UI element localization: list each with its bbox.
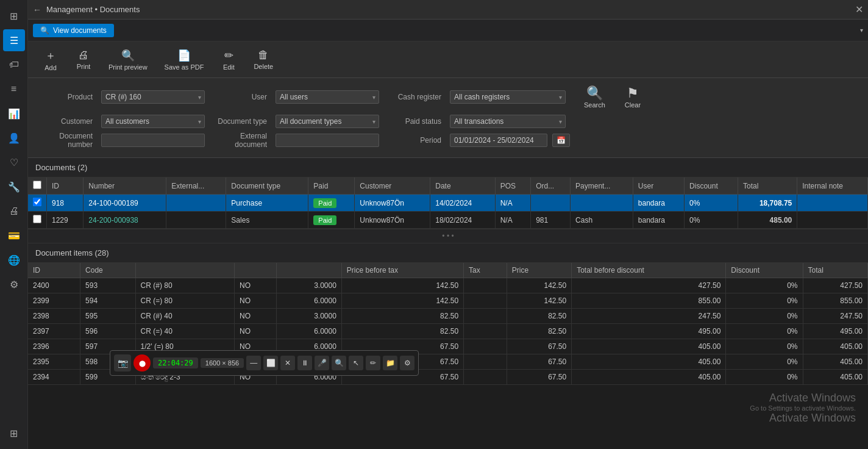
tab-dropdown-arrow[interactable]: ▾ bbox=[860, 27, 863, 34]
col-date: Date bbox=[430, 178, 495, 195]
card-icon: 💳 bbox=[8, 230, 20, 242]
external-doc-input[interactable] bbox=[276, 134, 379, 147]
di-cell-4: NO bbox=[235, 293, 277, 309]
doc-item-row[interactable]: 2398 595 CR (#) 40 NO 3.0000 82.50 82.50… bbox=[28, 309, 868, 324]
sidebar-item-globe[interactable]: 🌐 bbox=[3, 249, 25, 271]
di-cell-discount: 0% bbox=[726, 309, 803, 324]
period-calendar-button[interactable]: 📅 bbox=[552, 134, 570, 147]
back-button[interactable]: ← bbox=[33, 5, 41, 15]
sidebar-item-favorites[interactable]: ♡ bbox=[3, 151, 25, 173]
close-recording-button[interactable]: ✕ bbox=[280, 356, 295, 370]
zoom-button[interactable]: 🔍 bbox=[332, 356, 346, 370]
di-cell-total: 427.50 bbox=[803, 278, 868, 293]
minimize-button[interactable]: — bbox=[246, 356, 261, 370]
mic-button[interactable]: 🎤 bbox=[315, 356, 329, 370]
customer-filter-select[interactable]: All customers bbox=[101, 115, 205, 128]
col-discount: Discount bbox=[685, 178, 738, 195]
cell-external bbox=[166, 212, 226, 229]
edit-button[interactable]: ✏ Edit bbox=[213, 46, 244, 73]
doc-items-title: Document items (28) bbox=[28, 243, 868, 263]
doc-item-row[interactable]: 2397 596 CR (=) 40 NO 6.0000 82.50 82.50… bbox=[28, 324, 868, 339]
sidebar-item-tools[interactable]: 🔧 bbox=[3, 176, 25, 198]
add-button[interactable]: ＋ Add bbox=[35, 46, 66, 74]
menu-icon: ☰ bbox=[10, 35, 18, 46]
cash-register-select[interactable]: All cash registers bbox=[450, 90, 566, 104]
camera-icon[interactable]: 📷 bbox=[114, 354, 131, 372]
di-cell-discount: 0% bbox=[726, 293, 803, 309]
pointer-button[interactable]: ↖ bbox=[349, 356, 363, 370]
col-order: Ord... bbox=[531, 178, 571, 195]
sidebar-item-payment[interactable]: 💳 bbox=[3, 224, 25, 246]
filter-area: Product CR (#) 160 ▾ User All users ▾ Ca… bbox=[28, 78, 868, 158]
di-cell-id: 2394 bbox=[28, 370, 80, 385]
cell-payment: Cash bbox=[571, 212, 633, 229]
di-cell-total-before-discount: 427.50 bbox=[572, 278, 726, 293]
folder-button[interactable]: 📁 bbox=[383, 356, 397, 370]
sidebar-item-user[interactable]: 👤 bbox=[3, 127, 25, 149]
table-row[interactable]: 1229 24-200-000938 Sales Paid Unknow87Ön… bbox=[28, 212, 868, 229]
pen-button[interactable]: ✏ bbox=[366, 356, 380, 370]
gear-rec-button[interactable]: ⚙ bbox=[400, 356, 414, 370]
col-payment: Payment... bbox=[571, 178, 633, 195]
pause-button[interactable]: ⏸ bbox=[297, 356, 312, 370]
di-cell-tax bbox=[464, 309, 507, 324]
documents-section: Documents (2) ID Number External... Docu… bbox=[28, 158, 868, 229]
doc-number-input[interactable] bbox=[101, 134, 205, 147]
col-paid: Paid bbox=[308, 178, 355, 195]
di-cell-4: NO bbox=[235, 309, 277, 324]
table-row[interactable]: 918 24-100-000189 Purchase Paid Unknow87… bbox=[28, 195, 868, 212]
period-input[interactable] bbox=[450, 134, 547, 147]
sidebar-item-print[interactable]: 🖨 bbox=[3, 200, 25, 222]
sidebar-item-settings[interactable]: ⚙ bbox=[3, 273, 25, 295]
print-button[interactable]: 🖨 Print bbox=[68, 46, 99, 73]
row-checkbox[interactable] bbox=[33, 215, 41, 223]
di-cell-price: 142.50 bbox=[507, 278, 571, 293]
doc-type-select[interactable]: All document types bbox=[276, 115, 379, 128]
doc-items-section: Document items (28) ID Code Price before… bbox=[28, 243, 868, 449]
sidebar-item-tags[interactable]: 🏷 bbox=[3, 54, 25, 76]
sidebar-item-menu[interactable]: ☰ bbox=[3, 29, 25, 51]
row-checkbox[interactable] bbox=[33, 198, 41, 206]
product-filter-select[interactable]: CR (#) 160 bbox=[101, 90, 205, 104]
save-as-pdf-button[interactable]: 📄 Save as PDF bbox=[157, 46, 212, 73]
di-cell-3: CR (#) 40 bbox=[135, 309, 235, 324]
edit-label: Edit bbox=[223, 63, 235, 71]
di-cell-5: 6.0000 bbox=[277, 324, 341, 339]
close-button[interactable]: ✕ bbox=[855, 4, 863, 15]
doc-type-label: Document type bbox=[210, 117, 271, 126]
sidebar-item-list[interactable]: ≡ bbox=[3, 78, 25, 100]
toolbar: ＋ Add 🖨 Print 🔍 Print preview 📄 Save as … bbox=[28, 41, 868, 78]
paid-status-select[interactable]: All transactions bbox=[450, 115, 566, 128]
print-preview-label: Print preview bbox=[108, 63, 148, 71]
heart-icon: ♡ bbox=[10, 157, 18, 168]
di-cell-total-before-discount: 495.00 bbox=[572, 324, 726, 339]
col-customer: Customer bbox=[355, 178, 430, 195]
delete-button[interactable]: 🗑 Delete bbox=[246, 46, 280, 73]
resize-divider[interactable]: • • • bbox=[28, 229, 868, 243]
sidebar-item-chart[interactable]: 📊 bbox=[3, 102, 25, 124]
select-all-checkbox[interactable] bbox=[33, 181, 41, 189]
user-filter-select[interactable]: All users bbox=[276, 90, 379, 104]
sidebar-item-grid2[interactable]: ⊞ bbox=[3, 422, 25, 444]
di-cell-price: 67.50 bbox=[507, 339, 571, 354]
di-cell-5: 3.0000 bbox=[277, 278, 341, 293]
pdf-icon: 📄 bbox=[177, 49, 191, 62]
doc-item-row[interactable]: 2400 593 CR (#) 80 NO 3.0000 142.50 142.… bbox=[28, 278, 868, 293]
cell-internal bbox=[797, 212, 868, 229]
search-button[interactable]: 🔍 Search bbox=[578, 83, 611, 111]
maximize-button[interactable]: ⬜ bbox=[263, 356, 278, 370]
sidebar-item-grid[interactable]: ⊞ bbox=[3, 5, 25, 27]
di-cell-total: 405.00 bbox=[803, 370, 868, 385]
di-cell-total-before-discount: 405.00 bbox=[572, 339, 726, 354]
record-button[interactable]: ⬤ bbox=[133, 354, 151, 372]
clear-button[interactable]: ⚑ Clear bbox=[619, 83, 647, 111]
print-preview-button[interactable]: 🔍 Print preview bbox=[101, 46, 155, 73]
cell-total: 18,708.75 bbox=[738, 195, 797, 212]
view-documents-tab[interactable]: 🔍 View documents bbox=[33, 24, 114, 37]
di-cell-price: 82.50 bbox=[507, 309, 571, 324]
doc-item-row[interactable]: 2399 594 CR (=) 80 NO 6.0000 142.50 142.… bbox=[28, 293, 868, 309]
cell-pos: N/A bbox=[495, 195, 530, 212]
di-cell-price-before-tax: 142.50 bbox=[341, 278, 463, 293]
add-icon: ＋ bbox=[45, 48, 56, 63]
cell-number: 24-100-000189 bbox=[84, 195, 166, 212]
